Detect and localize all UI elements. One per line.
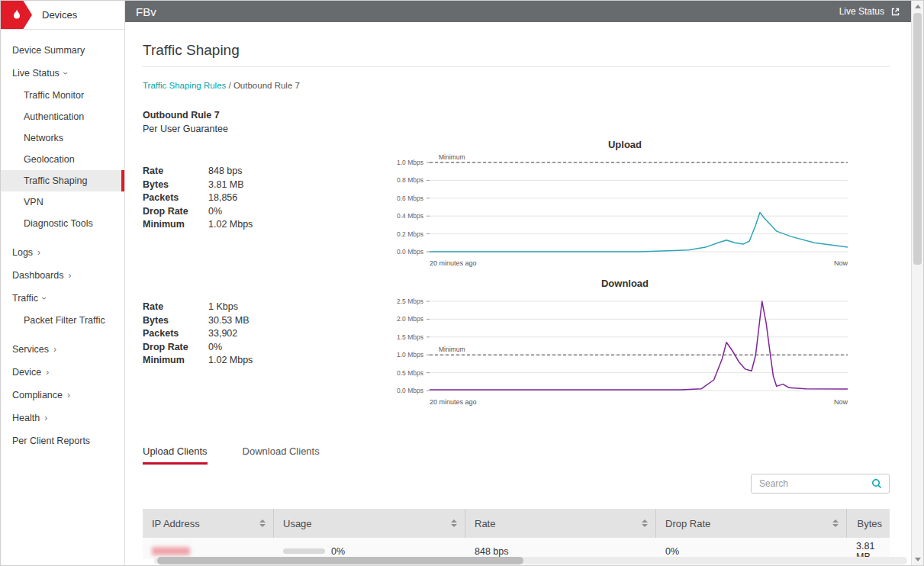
svg-text:1.0 Mbps: 1.0 Mbps [397, 351, 423, 359]
upload-chart-title: Upload [394, 139, 855, 151]
stat-value: 1 Kbps [208, 301, 238, 314]
column-label: Drop Rate [665, 518, 710, 529]
sidebar-item-label: Traffic [12, 293, 38, 304]
stat-value: 0% [208, 341, 222, 355]
cell-drop-rate: 0% [656, 546, 847, 557]
download-chart-svg: 0.0 Mbps0.5 Mbps1.0 Mbps1.5 Mbps2.0 Mbps… [394, 290, 855, 412]
download-chart: 0.0 Mbps0.5 Mbps1.0 Mbps1.5 Mbps2.0 Mbps… [394, 290, 855, 415]
column-header-usage[interactable]: Usage [274, 509, 465, 538]
breadcrumb: Traffic Shaping Rules / Outbound Rule 7 [143, 81, 890, 90]
search-icon[interactable] [871, 478, 883, 490]
sort-icon[interactable] [451, 519, 457, 527]
upload-section: Rate848 bpsBytes3.81 MBPackets18,856Drop… [143, 139, 890, 276]
sidebar-item-live-status[interactable]: Live Status› [1, 62, 124, 85]
sidebar-item-geolocation[interactable]: Geolocation [1, 149, 124, 170]
stat-row-packets: Packets33,902 [143, 327, 394, 341]
sidebar-item-diagnostic-tools[interactable]: Diagnostic Tools [1, 213, 124, 234]
sidebar-item-label: Dashboards [12, 270, 63, 281]
sidebar-item-services[interactable]: Services› [1, 338, 124, 361]
sidebar-item-label: Networks [24, 133, 63, 143]
stat-row-drop-rate: Drop Rate0% [143, 341, 394, 355]
cell-usage: 0% [274, 546, 465, 557]
search-input[interactable] [758, 478, 871, 490]
column-header-bytes[interactable]: Bytes [847, 509, 890, 538]
svg-text:1.5 Mbps: 1.5 Mbps [397, 333, 423, 341]
sidebar-item-device[interactable]: Device› [1, 361, 124, 384]
sidebar-item-authentication[interactable]: Authentication [1, 106, 124, 127]
sort-icon[interactable] [832, 519, 839, 527]
column-header-rate[interactable]: Rate [465, 509, 656, 538]
stat-row-bytes: Bytes30.53 MB [143, 314, 394, 328]
horizontal-scrollbar-thumb[interactable] [157, 557, 523, 564]
sidebar-header: Devices [1, 1, 124, 30]
main-area: FBv Live Status Traffic Shaping Traffic … [125, 1, 912, 565]
stat-label: Rate [143, 165, 208, 178]
sidebar-item-networks[interactable]: Networks [1, 127, 124, 149]
sidebar-item-label: Traffic Monitor [24, 90, 84, 101]
stat-row-packets: Packets18,856 [143, 191, 394, 205]
svg-text:Now: Now [834, 398, 848, 406]
sidebar-item-label: VPN [24, 197, 43, 207]
sidebar-item-device-summary[interactable]: Device Summary [1, 39, 124, 62]
sidebar-item-packet-filter-traffic[interactable]: Packet Filter Traffic [1, 310, 124, 331]
stat-row-minimum: Minimum1.02 Mbps [143, 354, 394, 368]
download-chart-block: Download 0.0 Mbps0.5 Mbps1.0 Mbps1.5 Mbp… [394, 278, 855, 415]
cell-ip-address [143, 547, 274, 555]
rule-name: Outbound Rule 7 [143, 110, 890, 121]
stat-label: Packets [143, 327, 208, 341]
sidebar-item-dashboards[interactable]: Dashboards› [1, 264, 124, 287]
column-header-drop-rate[interactable]: Drop Rate [656, 509, 847, 538]
sidebar-item-traffic-monitor[interactable]: Traffic Monitor [1, 85, 124, 106]
sidebar-item-label: Packet Filter Traffic [24, 315, 105, 326]
stat-value: 18,856 [208, 191, 237, 205]
sidebar-item-label: Per Client Reports [12, 436, 90, 446]
column-label: Usage [283, 518, 312, 529]
svg-text:0.4 Mbps: 0.4 Mbps [397, 212, 423, 220]
triangle-up-icon [915, 5, 921, 8]
horizontal-scrollbar[interactable] [154, 557, 907, 564]
stat-value: 3.81 MB [208, 178, 244, 192]
sidebar-item-label: Geolocation [24, 154, 75, 165]
sidebar-item-traffic-shaping[interactable]: Traffic Shaping [1, 170, 124, 191]
usage-progress-bar [283, 548, 325, 554]
table-row[interactable]: 0%848 bps0%3.81 MB [143, 538, 890, 559]
clients-table: IP AddressUsageRateDrop RateBytes 0%848 … [143, 509, 890, 559]
vertical-scrollbar[interactable] [911, 1, 923, 565]
sidebar-item-health[interactable]: Health› [1, 407, 124, 429]
chevron-right-icon: › [68, 271, 71, 280]
sort-icon[interactable] [642, 519, 648, 527]
usage-value: 0% [331, 546, 345, 557]
brand-flame-logo[interactable] [1, 1, 32, 29]
svg-text:Minimum: Minimum [439, 153, 465, 161]
vertical-scrollbar-thumb[interactable] [913, 13, 922, 265]
upload-chart-svg: 0.0 Mbps0.2 Mbps0.4 Mbps0.6 Mbps0.8 Mbps… [394, 151, 855, 273]
topbar: FBv Live Status [125, 1, 912, 22]
sidebar-item-traffic[interactable]: Traffic› [1, 287, 124, 310]
column-header-ip-address[interactable]: IP Address [143, 509, 274, 538]
scroll-down-arrow[interactable] [912, 554, 923, 565]
breadcrumb-link[interactable]: Traffic Shaping Rules [143, 81, 226, 90]
search-box [751, 474, 890, 494]
stat-label: Drop Rate [143, 205, 208, 219]
svg-text:0.6 Mbps: 0.6 Mbps [397, 195, 423, 202]
sort-icon[interactable] [259, 519, 266, 527]
column-label: IP Address [152, 518, 200, 529]
live-status-link[interactable]: Live Status [839, 6, 901, 18]
svg-text:Now: Now [834, 259, 848, 267]
svg-text:0.0 Mbps: 0.0 Mbps [397, 387, 423, 394]
tab-upload-clients[interactable]: Upload Clients [143, 445, 208, 465]
stat-value: 1.02 Mbps [208, 218, 253, 232]
flame-icon [11, 8, 23, 22]
breadcrumb-current: Outbound Rule 7 [233, 81, 300, 90]
sidebar-item-vpn[interactable]: VPN [1, 191, 124, 213]
tab-download-clients[interactable]: Download Clients [243, 445, 320, 465]
svg-text:20 minutes ago: 20 minutes ago [430, 398, 477, 406]
chevron-right-icon: › [53, 345, 56, 354]
stat-row-minimum: Minimum1.02 Mbps [143, 218, 394, 232]
sidebar-item-per-client-reports[interactable]: Per Client Reports [1, 429, 124, 452]
stat-label: Drop Rate [143, 341, 208, 355]
sidebar-item-logs[interactable]: Logs› [1, 241, 124, 264]
rule-type: Per User Guarantee [143, 124, 890, 134]
scroll-up-arrow[interactable] [912, 1, 923, 12]
sidebar-item-compliance[interactable]: Compliance› [1, 384, 124, 407]
